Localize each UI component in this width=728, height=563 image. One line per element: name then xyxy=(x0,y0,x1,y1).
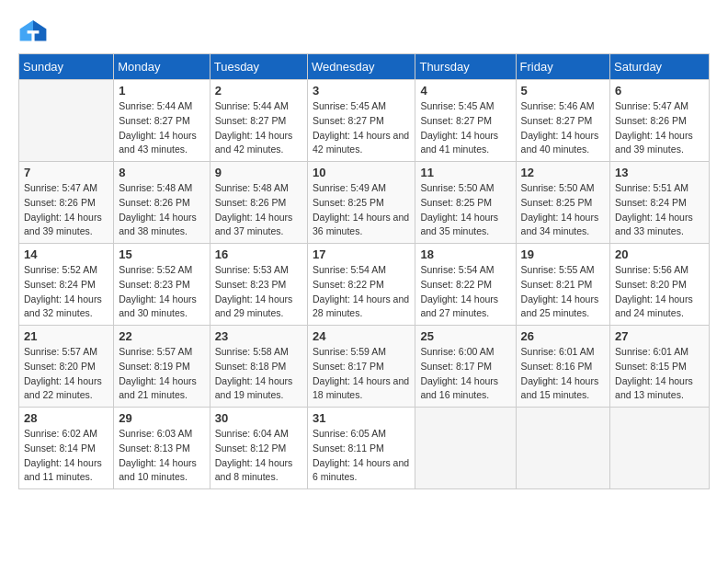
daylight: Daylight: 14 hours and 34 minutes. xyxy=(521,212,599,237)
sunset: Sunset: 8:25 PM xyxy=(313,197,384,208)
cell-info: Sunrise: 5:44 AM Sunset: 8:27 PM Dayligh… xyxy=(215,99,302,157)
daylight: Daylight: 14 hours and 10 minutes. xyxy=(119,457,197,483)
calendar-cell: 30 Sunrise: 6:04 AM Sunset: 8:12 PM Dayl… xyxy=(210,408,307,489)
sunset: Sunset: 8:12 PM xyxy=(215,442,287,454)
sunset: Sunset: 8:19 PM xyxy=(119,361,190,372)
sunset: Sunset: 8:22 PM xyxy=(313,279,384,290)
page-header xyxy=(18,18,710,44)
daylight: Daylight: 14 hours and 22 minutes. xyxy=(24,375,102,401)
sunrise: Sunrise: 6:00 AM xyxy=(420,346,494,357)
cell-info: Sunrise: 6:05 AM Sunset: 8:11 PM Dayligh… xyxy=(313,427,410,485)
logo-icon xyxy=(18,18,48,44)
cell-info: Sunrise: 6:01 AM Sunset: 8:16 PM Dayligh… xyxy=(521,345,606,403)
cell-info: Sunrise: 6:04 AM Sunset: 8:12 PM Dayligh… xyxy=(215,427,302,485)
sunrise: Sunrise: 5:55 AM xyxy=(521,264,595,275)
day-number: 29 xyxy=(119,411,204,425)
day-number: 9 xyxy=(215,166,302,179)
daylight: Daylight: 14 hours and 19 minutes. xyxy=(215,375,293,401)
cell-info: Sunrise: 6:01 AM Sunset: 8:15 PM Dayligh… xyxy=(615,345,704,403)
daylight: Daylight: 14 hours and 18 minutes. xyxy=(313,375,409,401)
sunrise: Sunrise: 5:50 AM xyxy=(521,182,595,193)
calendar-cell xyxy=(610,408,710,489)
header-sunday: Sunday xyxy=(19,54,114,80)
sunset: Sunset: 8:27 PM xyxy=(420,115,492,126)
calendar-cell xyxy=(516,408,610,489)
header-wednesday: Wednesday xyxy=(308,54,415,80)
sunset: Sunset: 8:26 PM xyxy=(24,197,96,208)
calendar-cell: 11 Sunrise: 5:50 AM Sunset: 8:25 PM Dayl… xyxy=(415,162,516,244)
sunset: Sunset: 8:26 PM xyxy=(119,197,190,208)
cell-info: Sunrise: 5:59 AM Sunset: 8:17 PM Dayligh… xyxy=(313,345,410,403)
sunset: Sunset: 8:24 PM xyxy=(24,279,96,290)
sunrise: Sunrise: 5:47 AM xyxy=(24,182,97,193)
day-number: 17 xyxy=(313,247,410,261)
cell-info: Sunrise: 6:02 AM Sunset: 8:14 PM Dayligh… xyxy=(24,427,108,485)
cell-info: Sunrise: 5:52 AM Sunset: 8:24 PM Dayligh… xyxy=(24,263,108,321)
cell-info: Sunrise: 5:45 AM Sunset: 8:27 PM Dayligh… xyxy=(420,99,510,157)
cell-info: Sunrise: 5:54 AM Sunset: 8:22 PM Dayligh… xyxy=(313,263,410,321)
day-number: 2 xyxy=(215,84,302,98)
day-number: 24 xyxy=(313,329,410,343)
calendar-cell: 20 Sunrise: 5:56 AM Sunset: 8:20 PM Dayl… xyxy=(610,244,710,326)
day-number: 13 xyxy=(615,166,704,179)
daylight: Daylight: 14 hours and 29 minutes. xyxy=(215,293,293,319)
sunrise: Sunrise: 6:01 AM xyxy=(521,346,595,357)
calendar-cell: 15 Sunrise: 5:52 AM Sunset: 8:23 PM Dayl… xyxy=(114,244,210,326)
day-number: 21 xyxy=(24,329,108,343)
sunset: Sunset: 8:17 PM xyxy=(420,361,492,372)
calendar-cell: 25 Sunrise: 6:00 AM Sunset: 8:17 PM Dayl… xyxy=(415,326,516,408)
daylight: Daylight: 14 hours and 41 minutes. xyxy=(420,130,498,155)
sunrise: Sunrise: 5:50 AM xyxy=(420,182,494,193)
cell-info: Sunrise: 5:58 AM Sunset: 8:18 PM Dayligh… xyxy=(215,345,302,403)
daylight: Daylight: 14 hours and 15 minutes. xyxy=(521,375,599,401)
calendar-cell: 21 Sunrise: 5:57 AM Sunset: 8:20 PM Dayl… xyxy=(19,326,114,408)
sunset: Sunset: 8:24 PM xyxy=(615,197,687,208)
calendar-cell: 10 Sunrise: 5:49 AM Sunset: 8:25 PM Dayl… xyxy=(308,162,415,244)
sunset: Sunset: 8:25 PM xyxy=(521,197,593,208)
calendar-cell: 14 Sunrise: 5:52 AM Sunset: 8:24 PM Dayl… xyxy=(19,244,114,326)
sunrise: Sunrise: 6:05 AM xyxy=(313,428,386,439)
sunrise: Sunrise: 5:49 AM xyxy=(313,182,386,193)
calendar-cell: 8 Sunrise: 5:48 AM Sunset: 8:26 PM Dayli… xyxy=(114,162,210,244)
sunset: Sunset: 8:23 PM xyxy=(119,279,190,290)
calendar-cell: 29 Sunrise: 6:03 AM Sunset: 8:13 PM Dayl… xyxy=(114,408,210,489)
week-row-4: 28 Sunrise: 6:02 AM Sunset: 8:14 PM Dayl… xyxy=(19,408,710,489)
sunrise: Sunrise: 5:56 AM xyxy=(615,264,688,275)
day-number: 26 xyxy=(521,329,606,343)
sunrise: Sunrise: 6:04 AM xyxy=(215,428,289,439)
calendar-cell: 4 Sunrise: 5:45 AM Sunset: 8:27 PM Dayli… xyxy=(415,80,516,162)
day-number: 10 xyxy=(313,166,410,179)
calendar-cell: 12 Sunrise: 5:50 AM Sunset: 8:25 PM Dayl… xyxy=(516,162,610,244)
header-monday: Monday xyxy=(114,54,210,80)
cell-info: Sunrise: 5:47 AM Sunset: 8:26 PM Dayligh… xyxy=(615,99,704,157)
day-number: 27 xyxy=(615,329,704,343)
calendar-cell: 23 Sunrise: 5:58 AM Sunset: 8:18 PM Dayl… xyxy=(210,326,307,408)
sunset: Sunset: 8:26 PM xyxy=(215,197,287,208)
sunset: Sunset: 8:18 PM xyxy=(215,361,287,372)
cell-info: Sunrise: 5:44 AM Sunset: 8:27 PM Dayligh… xyxy=(119,99,204,157)
daylight: Daylight: 14 hours and 11 minutes. xyxy=(24,457,102,483)
calendar-cell: 26 Sunrise: 6:01 AM Sunset: 8:16 PM Dayl… xyxy=(516,326,610,408)
sunrise: Sunrise: 5:52 AM xyxy=(24,264,97,275)
daylight: Daylight: 14 hours and 37 minutes. xyxy=(215,212,293,237)
sunrise: Sunrise: 6:02 AM xyxy=(24,428,97,439)
sunset: Sunset: 8:27 PM xyxy=(521,115,593,126)
calendar-header-row: SundayMondayTuesdayWednesdayThursdayFrid… xyxy=(19,54,710,80)
sunset: Sunset: 8:21 PM xyxy=(521,279,593,290)
daylight: Daylight: 14 hours and 30 minutes. xyxy=(119,293,197,319)
sunset: Sunset: 8:13 PM xyxy=(119,442,190,454)
daylight: Daylight: 14 hours and 35 minutes. xyxy=(420,212,498,237)
header-thursday: Thursday xyxy=(415,54,516,80)
day-number: 18 xyxy=(420,247,510,261)
daylight: Daylight: 14 hours and 40 minutes. xyxy=(521,130,599,155)
sunrise: Sunrise: 5:47 AM xyxy=(615,100,688,111)
day-number: 30 xyxy=(215,411,302,425)
sunset: Sunset: 8:25 PM xyxy=(420,197,492,208)
cell-info: Sunrise: 5:48 AM Sunset: 8:26 PM Dayligh… xyxy=(119,181,204,239)
calendar-cell: 9 Sunrise: 5:48 AM Sunset: 8:26 PM Dayli… xyxy=(210,162,307,244)
cell-info: Sunrise: 5:56 AM Sunset: 8:20 PM Dayligh… xyxy=(615,263,704,321)
cell-info: Sunrise: 6:00 AM Sunset: 8:17 PM Dayligh… xyxy=(420,345,510,403)
calendar-cell: 27 Sunrise: 6:01 AM Sunset: 8:15 PM Dayl… xyxy=(610,326,710,408)
daylight: Daylight: 14 hours and 24 minutes. xyxy=(615,293,693,319)
day-number: 22 xyxy=(119,329,204,343)
